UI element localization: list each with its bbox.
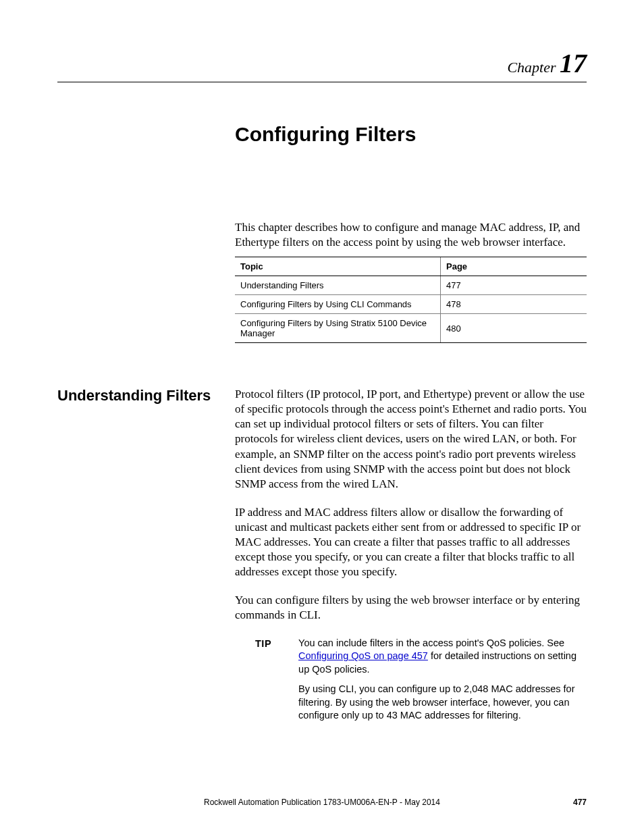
table-cell-page: 478: [441, 295, 587, 314]
tip-paragraph: By using CLI, you can configure up to 2,…: [298, 683, 587, 723]
tip-paragraph: You can include filters in the access po…: [298, 637, 587, 677]
table-header-page: Page: [441, 257, 587, 276]
content-column: Configuring Filters This chapter describ…: [235, 123, 587, 729]
section-heading: Understanding Filters: [57, 387, 223, 405]
page-title: Configuring Filters: [235, 123, 587, 146]
table-cell-page: 477: [441, 276, 587, 295]
table-row: Configuring Filters by Using CLI Command…: [235, 295, 587, 314]
table-cell-page: 480: [441, 314, 587, 343]
table-cell-topic: Configuring Filters by Using Stratix 510…: [235, 314, 441, 343]
chapter-header: Chapter 17: [57, 47, 587, 82]
tip-block: TIP You can include filters in the acces…: [255, 637, 587, 729]
tip-label: TIP: [255, 637, 271, 651]
body-paragraph: Protocol filters (IP protocol, IP port, …: [235, 387, 587, 492]
chapter-word: Chapter: [507, 59, 556, 76]
tip-body: You can include filters in the access po…: [298, 637, 587, 729]
table-row: Understanding Filters 477: [235, 276, 587, 295]
tip-text: You can include filters in the access po…: [298, 637, 564, 648]
table-header-row: Topic Page: [235, 257, 587, 276]
topics-table: Topic Page Understanding Filters 477 Con…: [235, 257, 587, 343]
section-understanding-filters: Understanding Filters Protocol filters (…: [235, 387, 587, 729]
table-cell-topic: Configuring Filters by Using CLI Command…: [235, 295, 441, 314]
chapter-number: 17: [560, 48, 587, 78]
body-paragraph: You can configure filters by using the w…: [235, 593, 587, 623]
intro-paragraph: This chapter describes how to configure …: [235, 220, 587, 250]
table-header-topic: Topic: [235, 257, 441, 276]
page: Chapter 17 Configuring Filters This chap…: [0, 0, 644, 834]
table-row: Configuring Filters by Using Stratix 510…: [235, 314, 587, 343]
footer-text: Rockwell Automation Publication 1783-UM0…: [204, 798, 440, 807]
footer: Rockwell Automation Publication 1783-UM0…: [57, 798, 587, 807]
table-cell-topic: Understanding Filters: [235, 276, 441, 295]
footer-page-number: 477: [573, 798, 587, 807]
body-paragraph: IP address and MAC address filters allow…: [235, 505, 587, 579]
link-configuring-qos[interactable]: Configuring QoS on page 457: [298, 650, 428, 661]
